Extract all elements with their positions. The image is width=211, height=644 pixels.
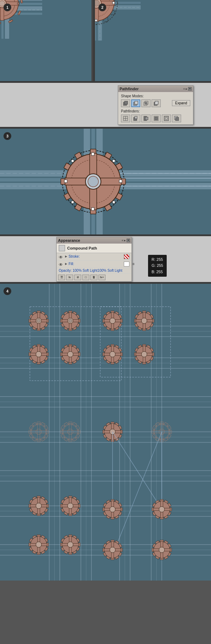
svg-rect-280 <box>72 437 77 441</box>
svg-point-391 <box>68 542 73 547</box>
appearance-footer: ☰ fx ⊘ □ 🗑 fx+ <box>57 274 132 281</box>
panel-menu-arrow[interactable]: ▸ <box>186 87 187 91</box>
svg-point-155 <box>69 319 72 323</box>
clear-btn[interactable]: ⊘ <box>74 275 81 280</box>
color-indicator-dot <box>132 263 134 265</box>
exclude-mode-btn[interactable] <box>152 99 161 107</box>
opacity-row[interactable]: Opacity: 100% Soft Light100% Soft Light <box>57 268 132 274</box>
svg-point-138 <box>37 319 40 323</box>
pathfinder-section: Pathfinder « ▸ ✕ Shape Modes: <box>0 83 211 127</box>
svg-point-443 <box>110 547 115 553</box>
appearance-section: Appearance « ▸ ✕ Compound Path 👁 ▶ Strok… <box>0 236 211 282</box>
stroke-expand-arrow: ▶ <box>65 255 67 258</box>
svg-rect-54 <box>145 117 148 120</box>
svg-point-459 <box>159 547 165 553</box>
pathfinders-row <box>121 115 190 122</box>
svg-rect-58 <box>165 117 167 119</box>
minus-back-btn[interactable] <box>172 115 181 122</box>
svg-rect-35 <box>113 2 115 4</box>
svg-rect-56 <box>155 117 158 120</box>
crop-btn[interactable] <box>152 115 161 122</box>
svg-rect-39 <box>124 101 128 104</box>
stroke-label: Stroke: <box>69 254 124 258</box>
svg-rect-94 <box>91 208 94 210</box>
svg-rect-91 <box>64 180 67 183</box>
stroke-swatch[interactable] <box>124 254 129 259</box>
step-badge-3: 3 <box>4 132 11 140</box>
pathfinder-body: Shape Modes: Expand Pathfinders: <box>118 92 193 124</box>
expand-button[interactable]: Expand <box>172 100 190 106</box>
unite-mode-btn[interactable] <box>121 99 130 107</box>
pathfinders-label: Pathfinders: <box>121 109 190 113</box>
trim-btn[interactable] <box>131 115 140 122</box>
add-fx-btn[interactable]: fx+ <box>98 275 106 280</box>
fill-swatch[interactable] <box>124 262 129 266</box>
svg-rect-57 <box>164 116 168 121</box>
pathfinder-panel: Pathfinder « ▸ ✕ Shape Modes: <box>118 85 193 125</box>
svg-point-203 <box>36 351 41 357</box>
svg-rect-95 <box>71 160 74 162</box>
svg-rect-37 <box>95 19 97 22</box>
canvas-panel-1: 1 <box>0 0 93 81</box>
appearance-close-button[interactable]: ✕ <box>127 239 130 242</box>
svg-point-359 <box>68 503 73 509</box>
appearance-menu-arrow[interactable]: ▸ <box>124 239 126 242</box>
svg-rect-97 <box>71 201 74 203</box>
color-r-value: R: 255 <box>152 257 163 263</box>
delete-btn[interactable]: 🗑 <box>90 275 97 280</box>
svg-point-90 <box>88 176 98 187</box>
fx-btn[interactable]: fx <box>66 275 73 280</box>
outline-btn[interactable] <box>162 115 171 122</box>
gear-grid-illustration <box>0 284 211 581</box>
shape-modes-label: Shape Modes: <box>121 94 190 98</box>
merge-btn[interactable] <box>141 115 151 122</box>
pathfinder-title: Pathfinder <box>120 87 139 91</box>
duplicate-btn[interactable]: □ <box>82 275 89 280</box>
divide-btn[interactable] <box>121 115 130 122</box>
fill-visibility-eye[interactable]: 👁 <box>59 262 64 266</box>
svg-point-411 <box>110 507 115 512</box>
svg-point-427 <box>159 507 165 512</box>
new-layer-btn[interactable]: ☰ <box>58 275 65 280</box>
svg-rect-93 <box>91 153 94 155</box>
stroke-visibility-eye[interactable]: 👁 <box>59 255 64 258</box>
svg-point-375 <box>36 542 41 547</box>
appearance-panel-controls: « ▸ ✕ <box>122 239 130 242</box>
svg-rect-60 <box>175 117 179 121</box>
panel-controls: « ▸ ✕ <box>183 87 192 91</box>
compound-color-swatch <box>59 245 65 251</box>
svg-rect-92 <box>119 180 122 183</box>
top-panels-row: 1 <box>0 0 211 81</box>
svg-point-235 <box>110 351 115 357</box>
shape-modes-row: Expand <box>121 99 190 107</box>
appearance-double-arrow[interactable]: « <box>122 239 123 242</box>
canvas-panel-2: 2 <box>95 0 211 81</box>
svg-point-171 <box>110 318 115 324</box>
color-b-value: B: 255 <box>152 269 163 275</box>
pathfinder-titlebar: Pathfinder « ▸ ✕ <box>118 86 193 92</box>
intersect-mode-btn[interactable] <box>141 99 151 107</box>
svg-rect-52 <box>135 116 137 119</box>
stroke-row[interactable]: 👁 ▶ Stroke: <box>57 253 132 260</box>
svg-rect-47 <box>155 102 157 104</box>
color-g-value: G: 255 <box>152 263 163 269</box>
appearance-title: Appearance <box>58 238 80 243</box>
step-badge-1: 1 <box>4 4 11 11</box>
opacity-value: 100% Soft Light <box>72 269 97 272</box>
fill-row[interactable]: 👁 ▶ Fill: <box>57 260 132 268</box>
svg-rect-98 <box>113 201 115 203</box>
svg-point-187 <box>141 318 147 324</box>
compound-label: Compound Path <box>67 246 97 250</box>
panel-double-arrow[interactable]: « <box>183 87 185 91</box>
section3-canvas: 3 <box>0 129 211 234</box>
gear-illustration-3 <box>0 129 211 234</box>
panel-close-button[interactable]: ✕ <box>188 87 192 91</box>
step-badge-2: 2 <box>98 4 106 11</box>
svg-rect-264 <box>41 437 45 441</box>
minus-front-mode-btn[interactable] <box>131 99 140 107</box>
svg-rect-96 <box>113 160 115 162</box>
color-tooltip: R: 255 G: 255 B: 255 <box>148 255 167 277</box>
svg-rect-312 <box>164 437 168 441</box>
fill-expand-arrow: ▶ <box>65 262 67 265</box>
svg-rect-41 <box>135 101 138 104</box>
